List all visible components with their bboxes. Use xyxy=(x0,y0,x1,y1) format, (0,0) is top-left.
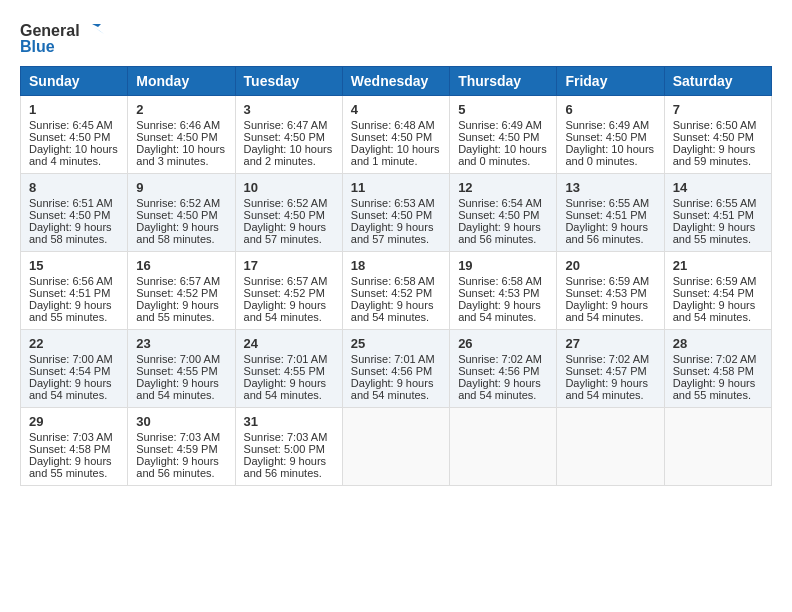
sunset-label: Sunset: 4:58 PM xyxy=(673,365,754,377)
sunrise-label: Sunrise: 6:49 AM xyxy=(565,119,649,131)
calendar-day-cell: 11 Sunrise: 6:53 AM Sunset: 4:50 PM Dayl… xyxy=(342,174,449,252)
sunset-label: Sunset: 4:51 PM xyxy=(565,209,646,221)
sunset-label: Sunset: 4:51 PM xyxy=(29,287,110,299)
day-number: 14 xyxy=(673,180,763,195)
day-number: 27 xyxy=(565,336,655,351)
svg-marker-1 xyxy=(94,27,104,34)
daylight-label: Daylight: 9 hours and 54 minutes. xyxy=(458,377,541,401)
sunset-label: Sunset: 4:50 PM xyxy=(29,131,110,143)
day-number: 3 xyxy=(244,102,334,117)
sunset-label: Sunset: 4:59 PM xyxy=(136,443,217,455)
day-number: 2 xyxy=(136,102,226,117)
daylight-label: Daylight: 9 hours and 56 minutes. xyxy=(458,221,541,245)
daylight-label: Daylight: 9 hours and 55 minutes. xyxy=(673,221,756,245)
sunset-label: Sunset: 4:55 PM xyxy=(136,365,217,377)
calendar-day-cell: 3 Sunrise: 6:47 AM Sunset: 4:50 PM Dayli… xyxy=(235,96,342,174)
calendar-day-cell: 2 Sunrise: 6:46 AM Sunset: 4:50 PM Dayli… xyxy=(128,96,235,174)
sunrise-label: Sunrise: 7:03 AM xyxy=(244,431,328,443)
daylight-label: Daylight: 10 hours and 0 minutes. xyxy=(565,143,654,167)
sunrise-label: Sunrise: 6:50 AM xyxy=(673,119,757,131)
calendar-day-cell: 4 Sunrise: 6:48 AM Sunset: 4:50 PM Dayli… xyxy=(342,96,449,174)
calendar-day-cell: 7 Sunrise: 6:50 AM Sunset: 4:50 PM Dayli… xyxy=(664,96,771,174)
calendar-week-row: 29 Sunrise: 7:03 AM Sunset: 4:58 PM Dayl… xyxy=(21,408,772,486)
calendar-day-cell: 27 Sunrise: 7:02 AM Sunset: 4:57 PM Dayl… xyxy=(557,330,664,408)
calendar-day-cell: 9 Sunrise: 6:52 AM Sunset: 4:50 PM Dayli… xyxy=(128,174,235,252)
sunrise-label: Sunrise: 7:03 AM xyxy=(29,431,113,443)
calendar-day-cell: 6 Sunrise: 6:49 AM Sunset: 4:50 PM Dayli… xyxy=(557,96,664,174)
sunrise-label: Sunrise: 7:01 AM xyxy=(244,353,328,365)
sunset-label: Sunset: 4:50 PM xyxy=(565,131,646,143)
calendar-day-cell: 29 Sunrise: 7:03 AM Sunset: 4:58 PM Dayl… xyxy=(21,408,128,486)
day-header-thursday: Thursday xyxy=(450,67,557,96)
daylight-label: Daylight: 10 hours and 0 minutes. xyxy=(458,143,547,167)
calendar-header-row: SundayMondayTuesdayWednesdayThursdayFrid… xyxy=(21,67,772,96)
daylight-label: Daylight: 9 hours and 54 minutes. xyxy=(351,377,434,401)
daylight-label: Daylight: 9 hours and 58 minutes. xyxy=(29,221,112,245)
daylight-label: Daylight: 9 hours and 57 minutes. xyxy=(244,221,327,245)
day-number: 23 xyxy=(136,336,226,351)
day-header-tuesday: Tuesday xyxy=(235,67,342,96)
sunrise-label: Sunrise: 6:58 AM xyxy=(458,275,542,287)
sunrise-label: Sunrise: 6:52 AM xyxy=(136,197,220,209)
sunset-label: Sunset: 4:52 PM xyxy=(244,287,325,299)
calendar-week-row: 8 Sunrise: 6:51 AM Sunset: 4:50 PM Dayli… xyxy=(21,174,772,252)
daylight-label: Daylight: 9 hours and 54 minutes. xyxy=(244,299,327,323)
day-number: 25 xyxy=(351,336,441,351)
sunset-label: Sunset: 4:55 PM xyxy=(244,365,325,377)
day-number: 21 xyxy=(673,258,763,273)
calendar-day-cell: 8 Sunrise: 6:51 AM Sunset: 4:50 PM Dayli… xyxy=(21,174,128,252)
day-number: 11 xyxy=(351,180,441,195)
calendar-day-cell: 19 Sunrise: 6:58 AM Sunset: 4:53 PM Dayl… xyxy=(450,252,557,330)
sunrise-label: Sunrise: 6:52 AM xyxy=(244,197,328,209)
sunset-label: Sunset: 4:50 PM xyxy=(351,131,432,143)
daylight-label: Daylight: 9 hours and 55 minutes. xyxy=(29,455,112,479)
sunset-label: Sunset: 4:51 PM xyxy=(673,209,754,221)
calendar-day-cell: 21 Sunrise: 6:59 AM Sunset: 4:54 PM Dayl… xyxy=(664,252,771,330)
daylight-label: Daylight: 9 hours and 56 minutes. xyxy=(565,221,648,245)
daylight-label: Daylight: 9 hours and 54 minutes. xyxy=(673,299,756,323)
calendar-day-cell: 16 Sunrise: 6:57 AM Sunset: 4:52 PM Dayl… xyxy=(128,252,235,330)
sunrise-label: Sunrise: 7:00 AM xyxy=(29,353,113,365)
daylight-label: Daylight: 9 hours and 55 minutes. xyxy=(673,377,756,401)
calendar-day-cell: 18 Sunrise: 6:58 AM Sunset: 4:52 PM Dayl… xyxy=(342,252,449,330)
daylight-label: Daylight: 9 hours and 55 minutes. xyxy=(29,299,112,323)
daylight-label: Daylight: 9 hours and 54 minutes. xyxy=(351,299,434,323)
calendar-day-cell: 20 Sunrise: 6:59 AM Sunset: 4:53 PM Dayl… xyxy=(557,252,664,330)
sunrise-label: Sunrise: 7:02 AM xyxy=(673,353,757,365)
sunset-label: Sunset: 4:57 PM xyxy=(565,365,646,377)
sunset-label: Sunset: 4:50 PM xyxy=(136,131,217,143)
daylight-label: Daylight: 9 hours and 56 minutes. xyxy=(244,455,327,479)
calendar-day-cell: 5 Sunrise: 6:49 AM Sunset: 4:50 PM Dayli… xyxy=(450,96,557,174)
day-number: 12 xyxy=(458,180,548,195)
calendar-day-cell: 17 Sunrise: 6:57 AM Sunset: 4:52 PM Dayl… xyxy=(235,252,342,330)
daylight-label: Daylight: 9 hours and 54 minutes. xyxy=(136,377,219,401)
day-number: 1 xyxy=(29,102,119,117)
calendar-day-cell: 26 Sunrise: 7:02 AM Sunset: 4:56 PM Dayl… xyxy=(450,330,557,408)
sunset-label: Sunset: 4:50 PM xyxy=(136,209,217,221)
calendar-day-cell: 14 Sunrise: 6:55 AM Sunset: 4:51 PM Dayl… xyxy=(664,174,771,252)
calendar-day-cell: 24 Sunrise: 7:01 AM Sunset: 4:55 PM Dayl… xyxy=(235,330,342,408)
day-number: 6 xyxy=(565,102,655,117)
sunset-label: Sunset: 4:58 PM xyxy=(29,443,110,455)
calendar-day-cell: 15 Sunrise: 6:56 AM Sunset: 4:51 PM Dayl… xyxy=(21,252,128,330)
day-number: 13 xyxy=(565,180,655,195)
calendar-week-row: 22 Sunrise: 7:00 AM Sunset: 4:54 PM Dayl… xyxy=(21,330,772,408)
sunrise-label: Sunrise: 6:58 AM xyxy=(351,275,435,287)
calendar-week-row: 1 Sunrise: 6:45 AM Sunset: 4:50 PM Dayli… xyxy=(21,96,772,174)
calendar-week-row: 15 Sunrise: 6:56 AM Sunset: 4:51 PM Dayl… xyxy=(21,252,772,330)
daylight-label: Daylight: 9 hours and 54 minutes. xyxy=(244,377,327,401)
sunset-label: Sunset: 4:50 PM xyxy=(244,209,325,221)
sunrise-label: Sunrise: 7:02 AM xyxy=(458,353,542,365)
daylight-label: Daylight: 9 hours and 58 minutes. xyxy=(136,221,219,245)
sunrise-label: Sunrise: 6:55 AM xyxy=(673,197,757,209)
calendar-day-cell: 25 Sunrise: 7:01 AM Sunset: 4:56 PM Dayl… xyxy=(342,330,449,408)
daylight-label: Daylight: 9 hours and 54 minutes. xyxy=(458,299,541,323)
calendar-day-cell: 22 Sunrise: 7:00 AM Sunset: 4:54 PM Dayl… xyxy=(21,330,128,408)
day-number: 7 xyxy=(673,102,763,117)
sunrise-label: Sunrise: 7:01 AM xyxy=(351,353,435,365)
sunrise-label: Sunrise: 6:48 AM xyxy=(351,119,435,131)
day-number: 16 xyxy=(136,258,226,273)
sunset-label: Sunset: 4:52 PM xyxy=(351,287,432,299)
sunrise-label: Sunrise: 7:02 AM xyxy=(565,353,649,365)
sunrise-label: Sunrise: 6:54 AM xyxy=(458,197,542,209)
